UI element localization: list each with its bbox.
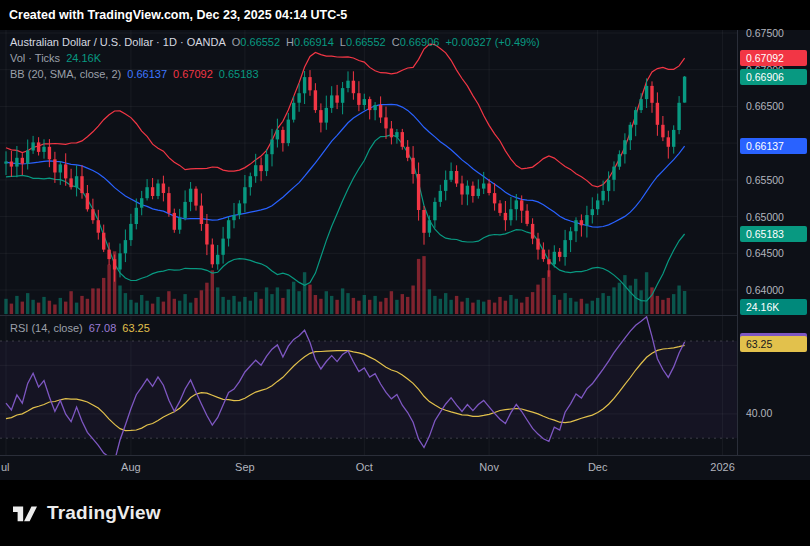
- volume-bar: [156, 297, 159, 314]
- candle-body: [422, 210, 425, 233]
- tradingview-logo[interactable]: TradingView: [12, 501, 161, 525]
- candle-body: [287, 120, 290, 144]
- volume-bar: [243, 297, 246, 314]
- volume-bar: [37, 303, 40, 314]
- candle-body: [352, 81, 355, 94]
- volume-bar: [498, 297, 501, 314]
- candle-body: [498, 203, 501, 213]
- price-axis-label: 0.67500: [746, 27, 784, 39]
- candle-body: [102, 233, 105, 250]
- time-axis-label: ul: [1, 461, 10, 473]
- rsi-pane[interactable]: RSI (14, close) 67.08 63.25: [0, 315, 737, 455]
- candle-body: [254, 165, 257, 176]
- candle-body: [536, 239, 539, 250]
- volume-bar: [53, 305, 56, 315]
- volume-bar: [444, 293, 447, 314]
- volume-bar: [330, 296, 333, 314]
- volume-bar: [373, 296, 376, 314]
- candle-body: [504, 213, 507, 220]
- volume-bar: [259, 299, 262, 314]
- volume-bar: [97, 288, 100, 314]
- volume-bar: [542, 278, 545, 314]
- volume-bar: [211, 270, 214, 314]
- candle-body: [373, 105, 376, 110]
- candle-body: [661, 125, 664, 138]
- candle-body: [4, 162, 7, 164]
- time-axis[interactable]: ulAugSepOctNovDec2026: [0, 455, 810, 480]
- volume-bar: [194, 298, 197, 314]
- candle-body: [238, 203, 241, 215]
- candle-body: [460, 184, 463, 195]
- volume-bar: [59, 298, 62, 314]
- candle-body: [48, 147, 51, 160]
- price-chart-svg[interactable]: [0, 30, 737, 315]
- volume-bar: [477, 300, 480, 314]
- volume-bar: [618, 283, 621, 314]
- bb-lower-badge: 0.65183: [740, 226, 807, 242]
- volume-bar: [417, 259, 420, 314]
- candle-body: [259, 165, 262, 171]
- candle-body: [281, 130, 284, 143]
- bb-upper-line: [6, 44, 685, 187]
- price-pane[interactable]: Australian Dollar / U.S. Dollar · 1D · O…: [0, 30, 737, 315]
- volume-bar: [384, 298, 387, 314]
- volume-bar: [439, 299, 442, 314]
- volume-bar: [667, 298, 670, 314]
- candle-body: [325, 108, 328, 123]
- candle-body: [80, 176, 83, 193]
- bb-basis-line: [6, 104, 685, 227]
- volume-bar: [118, 286, 121, 315]
- candle-body: [574, 220, 577, 231]
- candle-body: [194, 189, 197, 206]
- time-axis-label: Sep: [223, 461, 267, 473]
- volume-bar: [401, 294, 404, 314]
- volume-bar: [639, 290, 642, 314]
- candle-body: [129, 224, 132, 240]
- candle-body: [31, 142, 34, 150]
- attribution-bar: Created with TradingView.com, Dec 23, 20…: [0, 0, 810, 30]
- bb-basis-badge: 0.66137: [740, 138, 807, 154]
- candle-body: [21, 158, 24, 164]
- candle-body: [368, 99, 371, 110]
- volume-bar: [26, 293, 29, 314]
- candle-body: [363, 99, 366, 105]
- candle-body: [335, 95, 338, 102]
- candle-body: [135, 208, 138, 224]
- candle-body: [531, 224, 534, 239]
- candle-body: [667, 137, 670, 147]
- candle-body: [596, 200, 599, 209]
- volume-bar: [221, 297, 224, 314]
- last-price-badge: 0.66906: [740, 69, 807, 85]
- candle-body: [618, 154, 621, 167]
- rsi-chart-svg[interactable]: [0, 316, 737, 455]
- candle-body: [319, 110, 322, 123]
- candle-body: [449, 171, 452, 180]
- candle-body: [265, 154, 268, 171]
- candle-body: [91, 209, 94, 220]
- volume-bar: [102, 278, 105, 314]
- candle-body: [118, 253, 121, 269]
- volume-bar: [661, 300, 664, 314]
- volume-bar: [504, 301, 507, 314]
- candle-body: [487, 184, 490, 194]
- volume-bar: [553, 295, 556, 314]
- candle-body: [639, 99, 642, 110]
- candle-body: [167, 193, 170, 213]
- candle-body: [64, 164, 67, 178]
- candle-body: [189, 189, 192, 202]
- volume-bar: [75, 303, 78, 314]
- volume-bar: [558, 300, 561, 314]
- candle-body: [428, 220, 431, 233]
- price-axis[interactable]: 0.67092 0.66906 0.66137 0.65183 24.16K 6…: [737, 30, 810, 455]
- volume-bar: [178, 301, 181, 314]
- volume-bar: [69, 291, 72, 314]
- candle-body: [493, 193, 496, 203]
- volume-bar: [455, 296, 458, 314]
- candle-body: [227, 220, 230, 238]
- candle-body: [107, 250, 110, 260]
- time-axis-label: Oct: [342, 461, 386, 473]
- candle-body: [183, 202, 186, 218]
- volume-bar: [232, 296, 235, 314]
- volume-bar: [460, 302, 463, 314]
- volume-bar: [48, 301, 51, 314]
